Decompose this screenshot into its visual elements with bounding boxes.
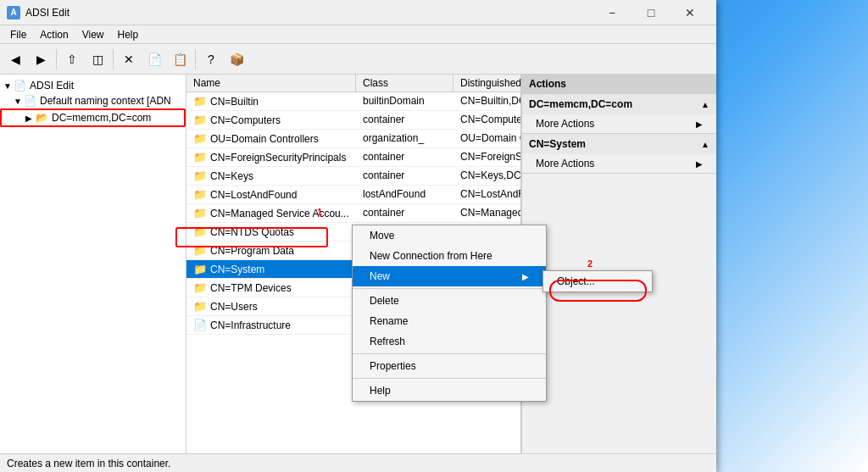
list-cell-class: container	[356, 111, 453, 129]
row-folder-icon: 📄	[193, 319, 207, 331]
show-hide-button[interactable]: ◫	[86, 47, 109, 71]
action-cn-label: CN=System	[529, 138, 586, 150]
list-cell-dn: CN=LostAndFound,	[453, 186, 521, 203]
action-section-cn-system: CN=System ▲ More Actions ▶	[522, 134, 716, 174]
row-folder-icon: 📁	[193, 207, 207, 219]
database-icon: 📄	[24, 95, 36, 107]
folder-icon: 📄	[14, 80, 26, 92]
list-cell-name: 📁CN=NTDS Quotas	[186, 223, 356, 241]
action-dc-more[interactable]: More Actions ▶	[522, 114, 716, 133]
tree-toggle-dc: ▶	[25, 114, 36, 123]
more-actions-arrow-1: ▶	[696, 119, 703, 129]
list-cell-name: 📁CN=Keys	[186, 167, 356, 185]
toolbar-separator-3	[195, 49, 196, 69]
tree-toggle-nc: ▼	[14, 97, 24, 106]
action-cn-more[interactable]: More Actions ▶	[522, 154, 716, 173]
list-row[interactable]: 📁OU=Domain Controllersorganization_OU=Do…	[186, 130, 520, 148]
ctx-help[interactable]: Help	[353, 380, 546, 401]
action-cn-arrow: ▲	[701, 140, 709, 149]
menu-action[interactable]: Action	[33, 27, 75, 42]
action-section-cn-title: CN=System ▲	[522, 134, 716, 154]
list-row[interactable]: 📁CN=Managed Service Accou...containerCN=…	[186, 204, 520, 223]
folder-yellow-icon: 📂	[36, 112, 48, 124]
annotation-label-1: 1	[317, 207, 324, 214]
ctx-new[interactable]: New ▶	[353, 266, 546, 286]
ctx-separator-2	[353, 353, 546, 354]
ctx-refresh[interactable]: Refresh	[353, 331, 546, 352]
list-cell-class: container	[356, 204, 453, 222]
more-actions-arrow-2: ▶	[696, 159, 703, 169]
ctx-move[interactable]: Move	[353, 225, 546, 246]
ctx-new-arrow: ▶	[522, 272, 529, 281]
submenu-object[interactable]: Object...	[543, 271, 652, 292]
menu-help[interactable]: Help	[111, 27, 146, 42]
app-icon: A	[7, 6, 20, 19]
connect-button[interactable]: 📦	[225, 47, 248, 71]
actions-pane: Actions DC=memcm,DC=com ▲ More Actions ▶…	[521, 75, 716, 453]
list-cell-dn: CN=Managed Servi	[453, 204, 521, 222]
action-dc-arrow: ▲	[701, 100, 709, 109]
list-row[interactable]: 📁CN=LostAndFoundlostAndFoundCN=LostAndFo…	[186, 186, 520, 204]
row-folder-icon: 📁	[193, 188, 207, 201]
tree-label-adsi-edit: ADSI Edit	[30, 80, 74, 92]
toolbar-separator-2	[113, 49, 114, 69]
list-row[interactable]: 📁CN=BuiltinbuiltinDomainCN=Builtin,DC=me	[186, 92, 520, 111]
row-folder-icon: 📁	[193, 300, 207, 313]
list-row[interactable]: 📁CN=ComputerscontainerCN=Computers,DC=	[186, 111, 520, 130]
row-folder-icon: 📁	[193, 95, 207, 108]
back-button[interactable]: ◀	[3, 47, 27, 71]
list-cell-name: 📁CN=Program Data	[186, 242, 356, 259]
list-row[interactable]: 📁CN=ForeignSecurityPrincipalscontainerCN…	[186, 148, 520, 167]
ctx-rename[interactable]: Rename	[353, 311, 546, 331]
properties-button[interactable]: 📄	[142, 47, 166, 71]
list-cell-name: 📁CN=TPM Devices	[186, 279, 356, 297]
row-folder-icon: 📁	[193, 151, 207, 164]
list-cell-class: builtinDomain	[356, 92, 453, 110]
ctx-properties[interactable]: Properties	[353, 356, 546, 376]
minimize-button[interactable]: −	[593, 0, 632, 25]
row-folder-icon: 📁	[193, 244, 207, 257]
list-cell-name: 📁CN=Computers	[186, 111, 356, 129]
list-cell-dn: CN=Keys,DC=meme	[453, 167, 521, 185]
list-cell-name: 📁CN=Builtin	[186, 92, 356, 110]
window-title: ADSI Edit	[25, 7, 593, 19]
col-header-dn[interactable]: Distinguished Nam	[453, 75, 521, 92]
list-cell-name: 📄CN=Infrastructure	[186, 316, 356, 334]
annotation-label-2: 2	[587, 258, 593, 269]
tree-label-dc: DC=memcm,DC=com	[52, 112, 151, 124]
row-folder-icon: 📁	[193, 169, 207, 182]
list-cell-class: organization_	[356, 130, 453, 147]
row-folder-icon: 📁	[193, 132, 207, 145]
list-cell-name: 📁CN=System	[186, 260, 356, 278]
maximize-button[interactable]: □	[632, 0, 670, 25]
list-header: Name Class Distinguished Nam	[186, 75, 520, 92]
window-controls: − □ ✕	[593, 0, 709, 25]
tree-item-dc[interactable]: ▶ 📂 DC=memcm,DC=com	[0, 108, 186, 127]
ctx-delete[interactable]: Delete	[353, 291, 546, 311]
close-button[interactable]: ✕	[670, 0, 709, 25]
list-cell-name: 📁CN=Users	[186, 297, 356, 315]
up-button[interactable]: ⇧	[60, 47, 84, 71]
ctx-separator-3	[353, 378, 546, 379]
list-cell-class: lostAndFound	[356, 186, 453, 203]
col-header-class[interactable]: Class	[356, 75, 453, 92]
list-cell-name: 📁CN=Managed Service Accou...	[186, 204, 356, 222]
copy-button[interactable]: 📋	[168, 47, 192, 71]
tree-item-adsi-edit[interactable]: ▼ 📄 ADSI Edit	[0, 78, 186, 93]
ctx-new-connection[interactable]: New Connection from Here	[353, 246, 546, 266]
help-button[interactable]: ?	[199, 47, 223, 71]
forward-button[interactable]: ▶	[29, 47, 53, 71]
list-cell-name: 📁CN=ForeignSecurityPrincipals	[186, 148, 356, 166]
context-menu: Move New Connection from Here New ▶ Dele…	[352, 225, 547, 402]
list-cell-name: 📁CN=LostAndFound	[186, 186, 356, 203]
delete-button[interactable]: ✕	[117, 47, 141, 71]
tree-item-naming-context[interactable]: ▼ 📄 Default naming context [ADN	[0, 93, 186, 108]
row-folder-icon: 📁	[193, 263, 207, 275]
menu-view[interactable]: View	[75, 27, 111, 42]
col-header-name[interactable]: Name	[186, 75, 356, 92]
menu-file[interactable]: File	[3, 27, 33, 42]
tree-pane[interactable]: ▼ 📄 ADSI Edit ▼ 📄 Default naming context…	[0, 75, 186, 453]
row-folder-icon: 📁	[193, 225, 207, 238]
status-bar: Creates a new item in this container.	[0, 453, 716, 472]
list-row[interactable]: 📁CN=KeyscontainerCN=Keys,DC=meme	[186, 167, 520, 186]
